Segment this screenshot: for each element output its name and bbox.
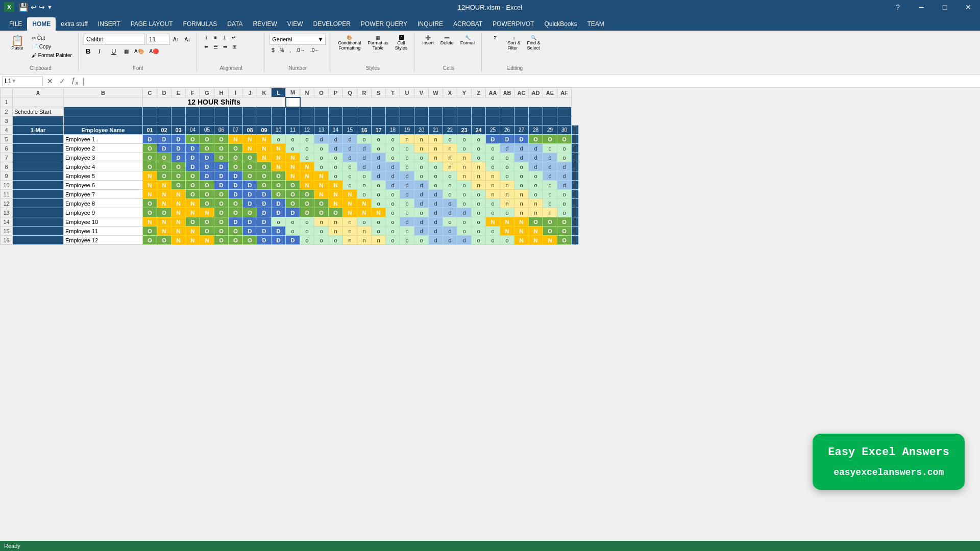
cell-shift-5-26[interactable]: o: [514, 181, 529, 190]
cell-shift-5-0[interactable]: N: [143, 181, 157, 190]
col-N[interactable]: N: [300, 88, 314, 97]
tab-team[interactable]: TEAM: [582, 17, 609, 31]
cell-shift-10-8[interactable]: D: [257, 227, 272, 236]
cell-shift-3-0[interactable]: O: [143, 162, 157, 171]
cell-row2-13[interactable]: [314, 107, 329, 116]
comma-button[interactable]: ,: [287, 46, 293, 54]
cell-row2-2[interactable]: [157, 107, 172, 116]
cell-shift-4-16[interactable]: d: [372, 171, 386, 181]
cell-shift-11-21[interactable]: d: [443, 236, 457, 245]
cell-shift-0-28[interactable]: O: [543, 135, 557, 144]
cell-shift-9-25[interactable]: N: [500, 217, 514, 227]
cell-shift-7-10[interactable]: O: [286, 199, 300, 208]
cell-shift-8-12[interactable]: O: [314, 208, 329, 217]
cell-shift-11-7[interactable]: O: [243, 236, 257, 245]
cell-row3-31[interactable]: [557, 116, 572, 126]
cell-shift-0-20[interactable]: n: [429, 135, 443, 144]
cancel-formula-button[interactable]: ✕: [45, 76, 55, 86]
cell-A6[interactable]: [13, 144, 64, 153]
cell-reference-box[interactable]: L1 ▼: [2, 76, 43, 86]
cell-shift-11-10[interactable]: D: [286, 236, 300, 245]
cell-shift-6-13[interactable]: N: [329, 190, 343, 199]
col-E[interactable]: E: [172, 88, 186, 97]
cell-shift-6-4[interactable]: O: [200, 190, 214, 199]
cell-shift-6-2[interactable]: N: [172, 190, 186, 199]
cell-row2-5[interactable]: [200, 107, 214, 116]
cell-shift-4-27[interactable]: o: [529, 171, 543, 181]
conditional-formatting-button[interactable]: 🎨 ConditionalFormatting: [335, 34, 363, 54]
cell-day-header-21[interactable]: 21: [429, 126, 443, 135]
col-D[interactable]: D: [157, 88, 172, 97]
cell-shift-7-19[interactable]: d: [414, 199, 429, 208]
row-num-13[interactable]: 13: [1, 208, 13, 217]
cell-row3-23[interactable]: [443, 116, 457, 126]
cell-row2-18[interactable]: [386, 107, 400, 116]
copy-button[interactable]: 📄 Copy: [30, 43, 74, 51]
cell-emp-name-10[interactable]: Employee 11: [64, 227, 143, 236]
cell-shift-11-18[interactable]: o: [400, 236, 414, 245]
cell-shift-9-14[interactable]: n: [343, 217, 357, 227]
cell-row2-10[interactable]: [272, 107, 286, 116]
cell-shift-4-12[interactable]: N: [314, 171, 329, 181]
tab-acrobat[interactable]: ACROBAT: [448, 17, 487, 31]
cell-day-header-08[interactable]: 08: [243, 126, 257, 135]
cell-shift-6-17[interactable]: o: [386, 190, 400, 199]
cell-shift-9-27[interactable]: O: [529, 217, 543, 227]
merge-cells-button[interactable]: ⊞: [230, 43, 238, 51]
cell-row2-29[interactable]: [543, 107, 557, 116]
cell-shift-9-11[interactable]: o: [300, 217, 314, 227]
cell-A9[interactable]: [13, 171, 64, 181]
cell-A7[interactable]: [13, 153, 64, 162]
cell-shift-11-25[interactable]: o: [500, 236, 514, 245]
cell-emp-name-9[interactable]: Employee 10: [64, 217, 143, 227]
cell-shift-6-18[interactable]: d: [400, 190, 414, 199]
cell-row2-25[interactable]: [486, 107, 500, 116]
cell-shift-10-16[interactable]: o: [372, 227, 386, 236]
cell-shift-1-17[interactable]: o: [386, 144, 400, 153]
cell-shift-9-15[interactable]: o: [357, 217, 372, 227]
cell-shift-3-17[interactable]: d: [386, 162, 400, 171]
cell-shift-1-16[interactable]: o: [372, 144, 386, 153]
cell-shift-1-20[interactable]: n: [429, 144, 443, 153]
cell-shift-3-9[interactable]: N: [272, 162, 286, 171]
cell-shift-6-5[interactable]: O: [214, 190, 229, 199]
cell-shift-9-7[interactable]: D: [243, 217, 257, 227]
col-T[interactable]: T: [386, 88, 400, 97]
cell-shift-10-0[interactable]: O: [143, 227, 157, 236]
cell-row2-3[interactable]: [172, 107, 186, 116]
cell-shift-0-11[interactable]: o: [300, 135, 314, 144]
cell-day-header-22[interactable]: 22: [443, 126, 457, 135]
cell-shift-10-27[interactable]: N: [529, 227, 543, 236]
underline-button[interactable]: U: [109, 46, 120, 56]
cell-row3-13[interactable]: [300, 116, 314, 126]
cell-shift-3-23[interactable]: n: [472, 162, 486, 171]
cell-shift-0-13[interactable]: d: [329, 135, 343, 144]
cell-shift-3-29[interactable]: d: [557, 162, 572, 171]
cell-shift-6-15[interactable]: o: [357, 190, 372, 199]
cell-shift-6-23[interactable]: o: [472, 190, 486, 199]
cell-shift-9-10[interactable]: o: [286, 217, 300, 227]
cell-shift-2-22[interactable]: n: [457, 153, 472, 162]
cell-emp-header[interactable]: Employee Name: [64, 126, 143, 135]
col-R[interactable]: R: [357, 88, 372, 97]
cell-shift-8-0[interactable]: O: [143, 208, 157, 217]
cell-shift-10-9[interactable]: D: [272, 227, 286, 236]
cell-shift-9-21[interactable]: o: [443, 217, 457, 227]
cell-shift-11-9[interactable]: D: [272, 236, 286, 245]
row-num-10[interactable]: 10: [1, 181, 13, 190]
cell-shift-6-25[interactable]: n: [500, 190, 514, 199]
cell-row2-24[interactable]: [472, 107, 486, 116]
cell-shift-7-21[interactable]: d: [443, 199, 457, 208]
cell-shift-3-10[interactable]: N: [286, 162, 300, 171]
cell-day-header-16[interactable]: 16: [357, 126, 372, 135]
cell-day-header-28[interactable]: 28: [529, 126, 543, 135]
cell-shift-10-28[interactable]: O: [543, 227, 557, 236]
cell-row3-6[interactable]: [200, 116, 214, 126]
cell-row3-30[interactable]: [543, 116, 557, 126]
cell-shift-4-19[interactable]: o: [414, 171, 429, 181]
cell-emp-name-7[interactable]: Employee 8: [64, 199, 143, 208]
align-right-button[interactable]: ➡: [221, 43, 229, 51]
cell-shift-9-26[interactable]: N: [514, 217, 529, 227]
cell-shift-7-18[interactable]: o: [400, 199, 414, 208]
cell-emp-name-1[interactable]: Employee 2: [64, 144, 143, 153]
